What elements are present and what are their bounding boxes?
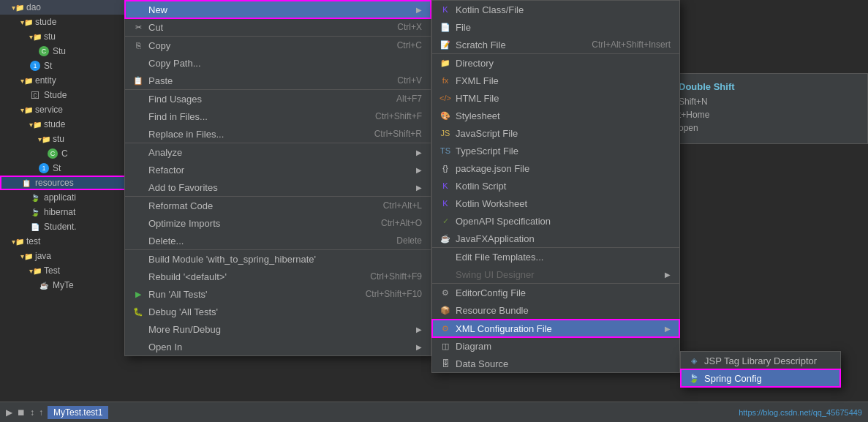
sidebar-item-myte[interactable]: ☕ MyTe — [0, 278, 128, 293]
sidebar-item-label: test — [26, 236, 40, 246]
sidebar-item-dao[interactable]: ▾📁 dao — [0, 0, 128, 15]
menu-item-more-run[interactable]: More Run/Debug ▶ — [125, 320, 431, 338]
submenu-arrow: ▶ — [416, 148, 422, 157]
menu-item-javafx[interactable]: ☕ JavaFXApplication — [432, 230, 679, 248]
sidebar-item-c[interactable]: C C — [0, 146, 128, 161]
menu-item-file[interactable]: 📄 File — [432, 18, 679, 36]
file-tree: ▾📁 dao ▾📁 stude ▾📁 stu C Stu 1 St ▾📁 ent… — [0, 0, 128, 422]
new-icon — [131, 4, 146, 15]
sidebar-item-stude2[interactable]: ▾📁 stude — [0, 117, 128, 132]
menu-item-diagram[interactable]: ◫ Diagram — [432, 337, 679, 355]
menu-item-openapi[interactable]: ✓ OpenAPI Specification — [432, 212, 679, 230]
sidebar-item-stu[interactable]: ▾📁 stu — [0, 29, 128, 44]
sidebar-item-label: resources — [35, 178, 74, 188]
find-files-icon — [131, 110, 146, 122]
menu-item-editorconfig[interactable]: ⚙ EditorConfig File — [432, 284, 679, 301]
menu-item-add-favorites[interactable]: Add to Favorites ▶ — [125, 178, 431, 197]
sort-up-icon[interactable]: ↑ — [39, 407, 43, 418]
class-1-icon: 1 — [29, 60, 41, 72]
sidebar-item-stu2[interactable]: ▾📁 stu — [0, 132, 128, 146]
play-icon[interactable]: ▶ — [6, 407, 12, 418]
menu-item-cut[interactable]: ✂ Cut Ctrl+X — [125, 18, 431, 37]
menu-item-kotlin-worksheet[interactable]: K Kotlin Worksheet — [432, 195, 679, 212]
kotlin-worksheet-icon: K — [438, 197, 453, 209]
sidebar-item-student[interactable]: 📄 Student. — [0, 219, 128, 234]
copy-icon: ⎘ — [131, 39, 146, 51]
sidebar-item-testfolder[interactable]: ▾📁 Test — [0, 263, 128, 278]
find-usages-icon — [131, 93, 146, 105]
sort-icon[interactable]: ↕ — [30, 407, 34, 418]
menu-item-directory[interactable]: 📁 Directory — [432, 54, 679, 72]
menu-item-optimize[interactable]: Optimize Imports Ctrl+Alt+O — [125, 214, 431, 232]
menu-item-spring-config[interactable]: 🍃 Spring Config — [681, 369, 840, 387]
reformat-icon — [131, 200, 146, 211]
sidebar-item-service[interactable]: ▾📁 service — [0, 102, 128, 117]
menu-item-json[interactable]: {} package.json File — [432, 159, 679, 177]
menu-item-run[interactable]: ▶ Run 'All Tests' Ctrl+Shift+F10 — [125, 285, 431, 303]
menu-item-refactor[interactable]: Refactor ▶ — [125, 161, 431, 178]
sidebar-item-label: dao — [26, 2, 41, 12]
sidebar-item-st[interactable]: 1 St — [0, 59, 128, 73]
menu-item-replace-in-files[interactable]: Replace in Files... Ctrl+Shift+R — [125, 125, 431, 143]
sidebar-item-stude-class[interactable]: 🄲 Stude — [0, 88, 128, 102]
menu-item-analyze[interactable]: Analyze ▶ — [125, 143, 431, 161]
bottom-url: https://blog.csdn.net/qq_45675449 — [739, 408, 862, 417]
delete-icon — [131, 235, 146, 246]
sidebar-item-st2[interactable]: 1 St — [0, 161, 128, 176]
sidebar-item-entity[interactable]: ▾📁 entity — [0, 73, 128, 88]
bottom-tab-mytest[interactable]: MyTest.test1 — [48, 406, 108, 419]
menu-item-stylesheet[interactable]: 🎨 Stylesheet — [432, 107, 679, 124]
sidebar-item-hibernat[interactable]: 🍃 hibernat — [0, 205, 128, 219]
folder-icon: ▾📁 — [29, 118, 41, 130]
folder-icon: ▾📁 — [20, 16, 32, 28]
menu-item-rebuild[interactable]: Rebuild '<default>' Ctrl+Shift+F9 — [125, 268, 431, 285]
menu-item-edit-templates[interactable]: Edit File Templates... — [432, 248, 679, 265]
menu-item-copy-path[interactable]: Copy Path... — [125, 54, 431, 72]
sidebar-item-applicati[interactable]: 🍃 applicati — [0, 190, 128, 205]
stop-icon[interactable]: ⏹ — [17, 407, 26, 418]
sidebar-item-label: stu — [53, 134, 64, 144]
class-c-icon: C — [47, 148, 59, 159]
menu-item-paste[interactable]: 📋 Paste Ctrl+V — [125, 72, 431, 90]
menu-item-datasource[interactable]: 🗄 Data Source — [432, 355, 679, 372]
menu-item-reformat[interactable]: Reformat Code Ctrl+Alt+L — [125, 197, 431, 214]
menu-item-html[interactable]: </> HTML File — [432, 89, 679, 107]
open-in-icon — [131, 341, 146, 353]
menu-item-find-usages[interactable]: Find Usages Alt+F7 — [125, 90, 431, 108]
menu-item-js[interactable]: JS JavaScript File — [432, 124, 679, 142]
dir-icon: 📁 — [438, 57, 453, 69]
menu-item-scratch[interactable]: 📝 Scratch File Ctrl+Alt+Shift+Insert — [432, 36, 679, 54]
spring-file-icon: 🍃 — [29, 192, 41, 203]
menu-item-open-in[interactable]: Open In ▶ — [125, 338, 431, 355]
sidebar-item-label: entity — [35, 75, 56, 86]
submenu-arrow: ▶ — [416, 6, 422, 14]
class-1-icon: 1 — [38, 162, 50, 174]
menu-item-xml-config[interactable]: ⚙ XML Configuration File ▶ — [432, 320, 679, 337]
menu-item-swing[interactable]: Swing UI Designer ▶ — [432, 265, 679, 284]
submenu-arrow: ▶ — [416, 184, 422, 192]
menu-item-find-in-files[interactable]: Find in Files... Ctrl+Shift+F — [125, 108, 431, 125]
menu-item-jsp-tag[interactable]: ◈ JSP Tag Library Descriptor — [681, 352, 840, 369]
sidebar-item-label: Stu — [53, 46, 66, 56]
menu-item-delete[interactable]: Delete... Delete — [125, 232, 431, 250]
sidebar-item-label: C — [61, 148, 68, 159]
scratch-icon: 📝 — [438, 39, 453, 50]
folder-icon: ▾📁 — [20, 104, 32, 116]
menu-item-debug[interactable]: 🐛 Debug 'All Tests' — [125, 303, 431, 320]
menu-item-kotlin-class[interactable]: K Kotlin Class/File — [432, 1, 679, 18]
sidebar-item-java[interactable]: ▾📁 java — [0, 249, 128, 263]
sidebar-item-resources[interactable]: 📋 resources — [0, 176, 128, 190]
sidebar-item-label: hibernat — [44, 207, 75, 217]
menu-item-fxml[interactable]: fx FXML File — [432, 72, 679, 89]
menu-item-resource-bundle[interactable]: 📦 Resource Bundle — [432, 301, 679, 320]
resource-bundle-icon: 📦 — [438, 304, 453, 316]
menu-item-new[interactable]: New ▶ — [125, 1, 431, 18]
sidebar-item-stu-c[interactable]: C Stu — [0, 44, 128, 59]
menu-item-build-module[interactable]: Build Module 'with_to_spring_hibernate' — [125, 250, 431, 268]
sidebar-item-stude[interactable]: ▾📁 stude — [0, 15, 128, 29]
menu-item-kotlin-script[interactable]: K Kotlin Script — [432, 177, 679, 195]
sidebar-item-test[interactable]: ▾📁 test — [0, 234, 128, 249]
menu-item-ts[interactable]: TS TypeScript File — [432, 142, 679, 159]
replace-icon — [131, 128, 146, 140]
menu-item-copy[interactable]: ⎘ Copy Ctrl+C — [125, 37, 431, 54]
